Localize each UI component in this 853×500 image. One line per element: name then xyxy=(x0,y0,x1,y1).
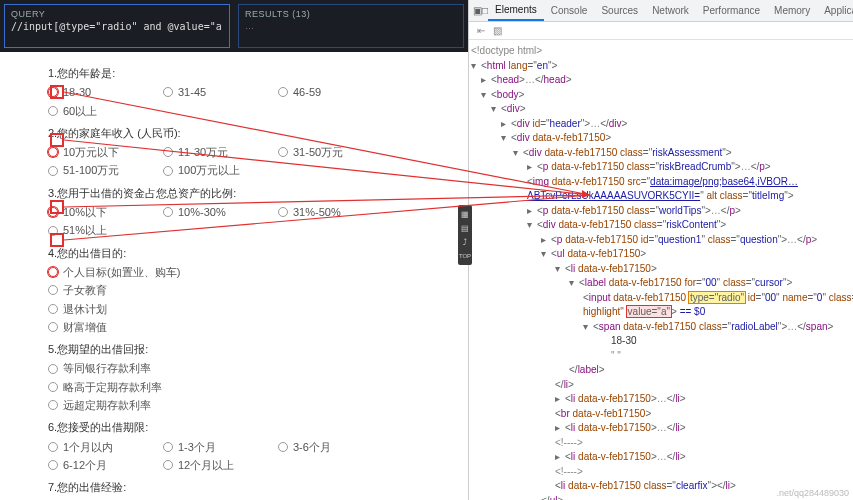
dom-tree[interactable]: <!doctype html> ▾<html lang="en"> ▸<head… xyxy=(469,40,853,500)
devtools-tabs: ▣ □ Elements Console Sources Network Per… xyxy=(469,0,853,22)
results-snippet: … xyxy=(245,21,457,32)
q5-opt-0[interactable]: 等同银行存款利率 xyxy=(48,361,228,375)
q3-opt-1-label: 10%-30% xyxy=(178,205,226,219)
radio-icon xyxy=(278,87,288,97)
radio-icon xyxy=(48,147,58,157)
radio-icon xyxy=(48,364,58,374)
q5-opt-2-label: 远超定期存款利率 xyxy=(63,398,151,412)
tab-network[interactable]: Network xyxy=(645,0,696,21)
q4-opt-2-label: 退休计划 xyxy=(63,302,107,316)
q2-opt-0-label: 10万元以下 xyxy=(63,145,119,159)
top-icon[interactable]: TOP xyxy=(459,250,471,262)
tab-console[interactable]: Console xyxy=(544,0,595,21)
radio-icon xyxy=(163,207,173,217)
q2-opt-3-label: 51-100万元 xyxy=(63,163,119,177)
qr-icon[interactable]: ▦ xyxy=(459,208,471,220)
q6-opt-2[interactable]: 3-6个月 xyxy=(278,440,393,454)
query-panel: QUERY xyxy=(4,4,230,48)
radio-icon xyxy=(163,87,173,97)
share-icon[interactable]: ⤴ xyxy=(459,236,471,248)
q1-opt-3[interactable]: 60以上 xyxy=(48,104,163,118)
q4-opt-0[interactable]: 个人目标(如置业、购车) xyxy=(48,265,228,279)
q5-opt-1[interactable]: 略高于定期存款利率 xyxy=(48,380,228,394)
watermark: .net/qq284489030 xyxy=(776,488,849,498)
tab-sources[interactable]: Sources xyxy=(594,0,645,21)
devtools-subtabs: ⇤ ▧ xyxy=(469,22,853,40)
tab-memory[interactable]: Memory xyxy=(767,0,817,21)
floating-toolbar: ▦ ▤ ⤴ TOP xyxy=(458,205,472,265)
q1-opt-2[interactable]: 46-59 xyxy=(278,85,393,99)
tab-application[interactable]: Application xyxy=(817,0,853,21)
q5-title: 5.您期望的出借回报: xyxy=(48,342,454,356)
grid-icon[interactable]: ▤ xyxy=(459,222,471,234)
results-header: RESULTS (13) xyxy=(245,9,457,19)
q3-opt-0-label: 10%以下 xyxy=(63,205,107,219)
tab-elements[interactable]: Elements xyxy=(488,0,544,21)
tab-performance[interactable]: Performance xyxy=(696,0,767,21)
q6-opt-1[interactable]: 1-3个月 xyxy=(163,440,278,454)
q1-opt-2-label: 46-59 xyxy=(293,85,321,99)
q4-opt-1[interactable]: 子女教育 xyxy=(48,283,228,297)
q4-title: 4.您的出借目的: xyxy=(48,246,454,260)
q3-opt-3[interactable]: 51%以上 xyxy=(48,223,163,237)
doctype-line: <!doctype html> xyxy=(471,45,542,56)
devtools-pane: ▣ □ Elements Console Sources Network Per… xyxy=(468,0,853,500)
q2-opt-1[interactable]: 11-30万元 xyxy=(163,145,278,159)
q2-opt-2-label: 31-50万元 xyxy=(293,145,343,159)
q6-opt-2-label: 3-6个月 xyxy=(293,440,331,454)
q2-opt-2[interactable]: 31-50万元 xyxy=(278,145,393,159)
radio-icon xyxy=(48,267,58,277)
q2-opt-1-label: 11-30万元 xyxy=(178,145,228,159)
q1-title: 1.您的年龄是: xyxy=(48,66,454,80)
radio-icon xyxy=(278,207,288,217)
q2-opt-0[interactable]: 10万元以下 xyxy=(48,145,163,159)
q6-opt-3[interactable]: 6-12个月 xyxy=(48,458,163,472)
q6-opt-0[interactable]: 1个月以内 xyxy=(48,440,163,454)
radio-icon xyxy=(48,166,58,176)
radio-icon xyxy=(48,382,58,392)
radio-icon xyxy=(48,106,58,116)
q1-opt-0[interactable]: 18-30 xyxy=(48,85,163,99)
radio-icon xyxy=(163,460,173,470)
risk-form: 1.您的年龄是: 18-30 31-45 46-59 60以上 2.您的家庭年收… xyxy=(0,52,468,500)
q6-opt-4[interactable]: 12个月以上 xyxy=(163,458,278,472)
radio-icon xyxy=(48,87,58,97)
q3-opt-1[interactable]: 10%-30% xyxy=(163,205,278,219)
q1-opt-1[interactable]: 31-45 xyxy=(163,85,278,99)
radio-icon xyxy=(48,400,58,410)
q4-opt-2[interactable]: 退休计划 xyxy=(48,302,228,316)
subtab-dock-icon[interactable]: ▧ xyxy=(493,25,502,36)
radio-icon xyxy=(48,285,58,295)
q4-opt-3-label: 财富增值 xyxy=(63,320,107,334)
q2-opt-4-label: 100万元以上 xyxy=(178,163,240,177)
q5-opt-1-label: 略高于定期存款利率 xyxy=(63,380,162,394)
q3-opt-0[interactable]: 10%以下 xyxy=(48,205,163,219)
q3-opt-2[interactable]: 31%-50% xyxy=(278,205,393,219)
q7-title: 7.您的出借经验: xyxy=(48,480,454,494)
subtab-left-icon[interactable]: ⇤ xyxy=(477,25,485,36)
radio-icon xyxy=(48,460,58,470)
dom-text-1830: 18-30 xyxy=(611,335,637,346)
radio-icon xyxy=(278,442,288,452)
inspect-icon[interactable]: ▣ xyxy=(473,5,482,16)
results-panel: RESULTS (13) … xyxy=(238,4,464,48)
q3-opt-3-label: 51%以上 xyxy=(63,223,107,237)
radio-icon xyxy=(48,322,58,332)
radio-icon xyxy=(48,304,58,314)
highlighted-type-attr: type="radio" xyxy=(689,292,745,303)
q6-opt-3-label: 6-12个月 xyxy=(63,458,107,472)
radio-icon xyxy=(48,207,58,217)
q4-opt-3[interactable]: 财富增值 xyxy=(48,320,228,334)
xpath-tester-bar: QUERY RESULTS (13) … xyxy=(0,0,468,52)
q1-opt-1-label: 31-45 xyxy=(178,85,206,99)
radio-icon xyxy=(163,166,173,176)
highlighted-value-attr: value="a" xyxy=(627,306,671,317)
radio-icon xyxy=(163,442,173,452)
query-input[interactable] xyxy=(11,21,223,32)
q6-opt-1-label: 1-3个月 xyxy=(178,440,216,454)
q2-opt-4[interactable]: 100万元以上 xyxy=(163,163,278,177)
q2-opt-3[interactable]: 51-100万元 xyxy=(48,163,163,177)
q5-opt-2[interactable]: 远超定期存款利率 xyxy=(48,398,228,412)
q3-opt-2-label: 31%-50% xyxy=(293,205,341,219)
q4-opt-0-label: 个人目标(如置业、购车) xyxy=(63,265,180,279)
